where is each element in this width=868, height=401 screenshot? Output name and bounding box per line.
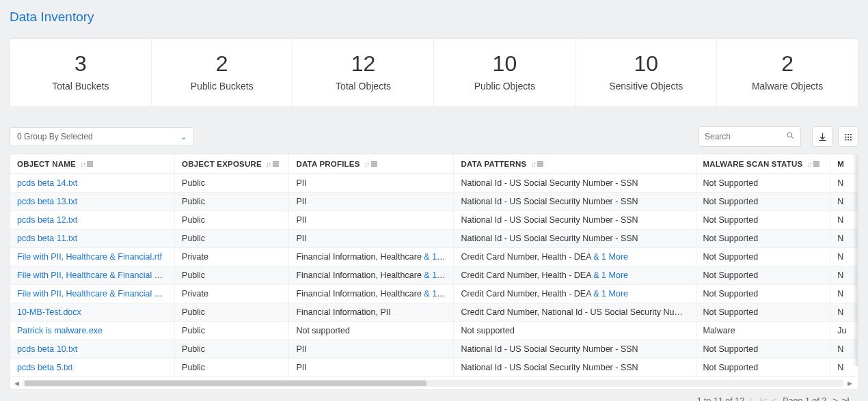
cell-partial: Ju (830, 322, 858, 340)
cell-data-patterns: National Id - US Social Security Number … (454, 193, 696, 210)
cell-object-name: File with PII, Healthcare & Financial.rt… (10, 248, 175, 266)
page-title: Data Inventory (10, 10, 858, 25)
svg-rect-4 (850, 134, 852, 135)
summary-value: 3 (16, 51, 146, 77)
cell-data-patterns: National Id - US Social Security Number … (454, 359, 696, 376)
table-row: pcds beta 11.txtPublicPIINational Id - U… (10, 230, 858, 248)
table-row: pcds beta 10.txtPublicPIINational Id - U… (10, 340, 858, 359)
object-link[interactable]: Patrick is malware.exe (17, 326, 103, 335)
cell-malware-status: Not Supported (696, 193, 831, 210)
summary-value: 12 (299, 51, 429, 77)
sort-icon: ↓↑ (80, 160, 93, 168)
cell-malware-status: Not Supported (696, 266, 831, 284)
table-row: File with PII, Healthcare & Financial 22… (10, 285, 858, 303)
cell-data-patterns: National Id - US Social Security Number … (454, 230, 696, 247)
search-icon (786, 131, 795, 142)
toolbar: 0 Group By Selected ⌄ (10, 126, 858, 147)
object-link[interactable]: File with PII, Healthcare & Financial 22… (17, 289, 175, 299)
cell-object-exposure: Public (175, 303, 289, 321)
object-link[interactable]: pcds beta 12.txt (17, 215, 77, 225)
svg-rect-5 (845, 136, 846, 137)
scrollbar-track (23, 380, 843, 387)
cell-object-exposure: Public (175, 322, 289, 340)
search-box[interactable] (699, 126, 801, 147)
object-link[interactable]: File with PII, Healthcare & Financial 33… (17, 271, 175, 280)
summary-value: 2 (157, 51, 287, 77)
cell-partial: N (830, 285, 858, 303)
scrollbar-thumb[interactable] (25, 381, 426, 386)
search-input[interactable] (705, 132, 783, 141)
cell-object-name: pcds beta 11.txt (10, 230, 175, 247)
cell-object-name: File with PII, Healthcare & Financial 33… (10, 266, 175, 284)
svg-rect-2 (845, 134, 846, 135)
svg-line-1 (791, 137, 794, 139)
cell-data-patterns: Credit Card Number, National Id - US Soc… (454, 303, 696, 321)
cell-object-name: 10-MB-Test.docx (10, 303, 175, 321)
cell-data-patterns: National Id - US Social Security Number … (454, 211, 696, 229)
cell-data-profiles: Financial Information, Healthcare & 1 Mo… (289, 266, 454, 284)
summary-card: 2Public Buckets (152, 39, 293, 107)
sort-icon: ↓↑ (806, 160, 819, 168)
pager-range: 1 to 11 of 12 (697, 396, 745, 402)
object-link[interactable]: pcds beta 13.txt (17, 197, 77, 206)
cell-malware-status: Not Supported (696, 340, 831, 358)
cell-object-name: pcds beta 14.txt (10, 174, 175, 192)
cell-malware-status: Not Supported (696, 174, 831, 192)
table-row: pcds beta 12.txtPublicPIINational Id - U… (10, 211, 858, 230)
object-link[interactable]: pcds beta 5.txt (17, 363, 72, 372)
more-link[interactable]: & 1 More (424, 289, 454, 299)
cell-data-profiles: PII (289, 359, 454, 376)
more-link[interactable]: & 1 More (593, 252, 628, 262)
cell-object-exposure: Public (175, 359, 289, 376)
cell-object-name: pcds beta 5.txt (10, 359, 175, 376)
more-link[interactable]: & 1 More (593, 289, 628, 299)
cell-partial: N (830, 248, 858, 266)
cell-data-profiles: PII (289, 174, 454, 192)
more-link[interactable]: & 1 More (593, 271, 628, 280)
more-link[interactable]: & 1 More (424, 271, 454, 280)
object-link[interactable]: File with PII, Healthcare & Financial.rt… (17, 252, 162, 262)
cell-malware-status: Not Supported (696, 248, 831, 266)
pager-next[interactable]: > (832, 396, 838, 401)
summary-value: 10 (439, 51, 569, 77)
object-link[interactable]: pcds beta 11.txt (17, 234, 77, 243)
pager-first[interactable]: I< (759, 396, 767, 401)
col-malware-scan-status[interactable]: MALWARE SCAN STATUS↓↑ (696, 154, 831, 174)
summary-label: Total Buckets (16, 81, 146, 92)
cell-object-name: Patrick is malware.exe (10, 322, 175, 340)
pager-last[interactable]: >I (842, 396, 850, 401)
cell-data-patterns: Credit Card Number, Health - DEA & 1 Mor… (454, 266, 696, 284)
col-data-patterns[interactable]: DATA PATTERNS↓↑ (454, 154, 696, 174)
cell-object-name: pcds beta 10.txt (10, 340, 175, 358)
cell-partial: N (830, 193, 858, 210)
table-body: pcds beta 14.txtPublicPIINational Id - U… (10, 174, 858, 377)
pager-prev[interactable]: < (772, 396, 777, 401)
summary-label: Public Buckets (157, 81, 287, 92)
cell-data-profiles: PII (289, 193, 454, 210)
object-link[interactable]: pcds beta 14.txt (17, 178, 77, 188)
summary-card: 2Malware Objects (717, 39, 858, 107)
download-button[interactable] (812, 126, 832, 147)
more-link[interactable]: & 1 More (424, 252, 454, 262)
cell-data-profiles: Not supported (289, 322, 454, 340)
col-object-exposure[interactable]: OBJECT EXPOSURE↓↑ (175, 154, 289, 174)
object-link[interactable]: 10-MB-Test.docx (17, 307, 81, 317)
cell-data-patterns: National Id - US Social Security Number … (454, 174, 696, 192)
columns-button[interactable] (838, 126, 858, 147)
scroll-left-icon: ◄ (13, 379, 21, 387)
horizontal-scrollbar[interactable]: ◄ ► (10, 377, 858, 389)
cell-data-patterns: Not supported (454, 322, 696, 340)
col-data-profiles[interactable]: DATA PROFILES↓↑ (289, 154, 454, 174)
cell-partial: N (830, 359, 858, 376)
cell-partial: N (830, 266, 858, 284)
cell-object-exposure: Private (175, 248, 289, 266)
summary-card: 3Total Buckets (10, 39, 152, 107)
cell-object-name: pcds beta 12.txt (10, 211, 175, 229)
col-partial[interactable]: M (830, 154, 858, 174)
cell-data-profiles: PII (289, 340, 454, 358)
groupby-select[interactable]: 0 Group By Selected ⌄ (10, 127, 194, 146)
cell-object-exposure: Private (175, 285, 289, 303)
object-link[interactable]: pcds beta 10.txt (17, 344, 77, 354)
col-object-name[interactable]: OBJECT NAME↓↑ (10, 154, 175, 174)
table-row: File with PII, Healthcare & Financial 33… (10, 266, 858, 285)
